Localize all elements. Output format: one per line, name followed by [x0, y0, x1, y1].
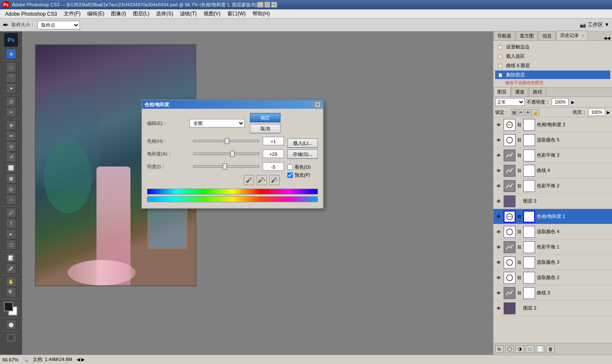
colorize-checkbox[interactable] — [287, 164, 293, 170]
history-item-4[interactable]: 📋 删除图层 — [495, 71, 610, 79]
layer-eye-9[interactable]: 👁 — [495, 244, 502, 251]
layer-eye-1[interactable]: 👁 — [495, 121, 502, 128]
layer-eye-11[interactable]: 👁 — [495, 274, 502, 281]
layer-row-color-balance-2[interactable]: 👁 ⛓ 色彩平衡 2 — [493, 178, 612, 194]
slice-tool[interactable]: ✂ — [6, 107, 16, 117]
ok-button[interactable]: 确定 — [250, 113, 280, 122]
lock-transparent-icon[interactable]: ▤ — [511, 109, 517, 116]
maximize-btn[interactable]: □ — [264, 2, 270, 8]
tab-histogram[interactable]: 直方图 — [516, 31, 538, 40]
group-btn[interactable]: □ — [526, 345, 534, 353]
color-selector[interactable] — [4, 302, 18, 316]
layer-row-hue-sat-2[interactable]: 👁 ⛓ 色相/饱和度 2 — [493, 117, 612, 133]
layer-row-curves-4[interactable]: 👁 ⛓ 曲线 4 — [493, 163, 612, 178]
lightness-slider-track[interactable] — [193, 165, 259, 168]
quick-mask-btn[interactable]: ⬤ — [6, 319, 16, 330]
lock-image-icon[interactable]: ✏ — [518, 109, 524, 116]
opacity-input[interactable] — [552, 98, 569, 106]
pen-tool[interactable]: 🖊 — [6, 208, 16, 218]
layer-row-select-color-4[interactable]: 👁 ⛓ 选取颜色 4 — [493, 224, 612, 240]
load-button[interactable]: 载入(L)... — [287, 138, 318, 148]
fill-arrow[interactable]: ▶ — [607, 110, 610, 115]
dialog-close-btn[interactable]: × — [314, 102, 320, 107]
tab-history[interactable]: 历史记录 × — [556, 31, 588, 40]
lock-position-icon[interactable]: ✛ — [525, 109, 531, 116]
fill-input[interactable] — [588, 108, 605, 116]
layer-row-select-color-3[interactable]: 👁 ⛓ 选取颜色 3 — [493, 255, 612, 270]
layer-row-hue-sat-1[interactable]: 👁 ⛓ 色相/饱和度 1 — [493, 209, 612, 224]
hue-value[interactable]: +1 — [263, 137, 284, 145]
eyedropper-btn-2[interactable]: 🖋+ — [257, 175, 267, 185]
screen-mode-btn[interactable]: ⬛ — [6, 333, 16, 343]
menu-select[interactable]: 选择(S) — [153, 9, 176, 18]
crop-tool[interactable]: ⊡ — [6, 96, 16, 107]
panel-collapse-btns[interactable]: ◀◀ — [604, 36, 612, 40]
close-btn[interactable]: × — [271, 2, 277, 8]
foreground-color[interactable] — [4, 302, 13, 311]
opacity-arrow[interactable]: ▶ — [571, 100, 575, 104]
menu-view[interactable]: 视图(V) — [200, 9, 224, 18]
healing-tool[interactable]: ⊕ — [6, 120, 16, 130]
menu-edit[interactable]: 编辑(E) — [84, 9, 108, 18]
hand-tool[interactable]: ✋ — [6, 277, 16, 287]
dialog-title-bar[interactable]: 色相/饱和度 × — [142, 100, 323, 109]
history-item-2[interactable]: 📋 载入选区 — [495, 52, 610, 60]
tab-channels[interactable]: 通道 — [511, 87, 528, 96]
layer-row-color-balance-1[interactable]: 👁 ⛓ 色彩平衡 1 — [493, 240, 612, 255]
menu-image[interactable]: 图像(I) — [108, 9, 129, 18]
blur-tool[interactable]: ◎ — [6, 184, 16, 194]
clone-tool[interactable]: ⊙ — [6, 141, 16, 152]
blend-mode-select[interactable]: 正常 溶解 正片叠底 滤色 叠加 — [495, 98, 525, 106]
delete-layer-btn[interactable]: 🗑 — [546, 345, 555, 353]
tab-info[interactable]: 信息 — [538, 31, 555, 40]
layer-eye-10[interactable]: 👁 — [495, 259, 502, 266]
history-item-1[interactable]: 📋 设置帧边边 — [495, 42, 610, 51]
menu-window[interactable]: 窗口(W) — [224, 9, 249, 18]
menu-filter[interactable]: 滤镜(T) — [176, 9, 200, 18]
eraser-tool[interactable]: ⬜ — [6, 163, 16, 173]
zoom-tool[interactable]: 🔍 — [6, 287, 16, 297]
edit-channel-select[interactable]: 全图 红色 黄色 绿色 青色 蓝色 洋红 — [190, 119, 245, 127]
path-select-tool[interactable]: ▸ — [6, 229, 16, 239]
layer-row-select-color-2[interactable]: 👁 ⛓ 选取颜色 2 — [493, 270, 612, 285]
layer-eye-4[interactable]: 👁 — [495, 167, 502, 174]
eyedropper-btn-3[interactable]: 🖋- — [269, 175, 280, 185]
gradient-tool[interactable]: ▦ — [6, 173, 16, 183]
layer-eye-6[interactable]: 👁 — [495, 198, 502, 205]
layer-eye-5[interactable]: 👁 — [495, 183, 502, 189]
layer-eye-7[interactable]: 👁 — [495, 213, 502, 220]
layer-row-select-color-5[interactable]: 👁 ⛓ 选取颜色 5 — [493, 133, 612, 148]
history-brush-tool[interactable]: ↺ — [6, 152, 16, 162]
move-tool[interactable]: ⊕ — [6, 49, 16, 59]
layer-row-curves-3[interactable]: 👁 ⛓ 曲线 3 — [493, 285, 612, 301]
tab-history-close[interactable]: × — [582, 34, 584, 38]
dodge-tool[interactable]: ○ — [6, 195, 16, 205]
history-item-3[interactable]: 📋 曲线 6 图层 — [495, 61, 610, 70]
lightness-slider-thumb[interactable] — [223, 164, 227, 169]
lasso-tool[interactable]: ⌒ — [6, 73, 16, 83]
marquee-tool[interactable]: □ — [6, 62, 16, 72]
lightness-value[interactable]: -5 — [263, 162, 284, 171]
menu-layer[interactable]: 图层(L) — [130, 9, 153, 18]
layer-row-layer-2[interactable]: 👁 图层 2 — [493, 301, 612, 316]
eyedropper-btn-1[interactable]: 🖋 — [244, 175, 254, 185]
menu-ps[interactable]: Adobe Photoshop CS3 — [2, 10, 60, 18]
preview-checkbox[interactable] — [287, 172, 293, 178]
brush-tool[interactable]: ✏ — [6, 131, 16, 141]
layer-mask-btn[interactable]: ◯ — [505, 345, 514, 353]
layer-eye-2[interactable]: 👁 — [495, 137, 502, 144]
layer-eye-8[interactable]: 👁 — [495, 229, 502, 235]
eyedropper-tool[interactable]: ✒ — [3, 20, 9, 30]
magic-wand-tool[interactable]: ✦ — [6, 83, 16, 93]
eyedropper-sidebar[interactable]: 💉 — [6, 263, 16, 274]
notes-tool[interactable]: 📝 — [6, 253, 16, 263]
new-layer-btn[interactable]: 📄 — [536, 345, 544, 353]
menu-file[interactable]: 文件(F) — [60, 9, 84, 18]
adjustment-layer-btn[interactable]: ◑ — [516, 345, 524, 353]
layer-style-btn[interactable]: fx — [495, 345, 504, 353]
saturation-value[interactable]: +29 — [263, 150, 284, 158]
menu-help[interactable]: 帮助(H) — [249, 9, 273, 18]
sample-size-select[interactable]: 取样点 3x3 平均 5x5 平均 — [37, 21, 80, 29]
layer-row-color-balance-3[interactable]: 👁 ⛓ 色彩平衡 3 — [493, 148, 612, 163]
hue-slider-track[interactable] — [193, 140, 259, 142]
